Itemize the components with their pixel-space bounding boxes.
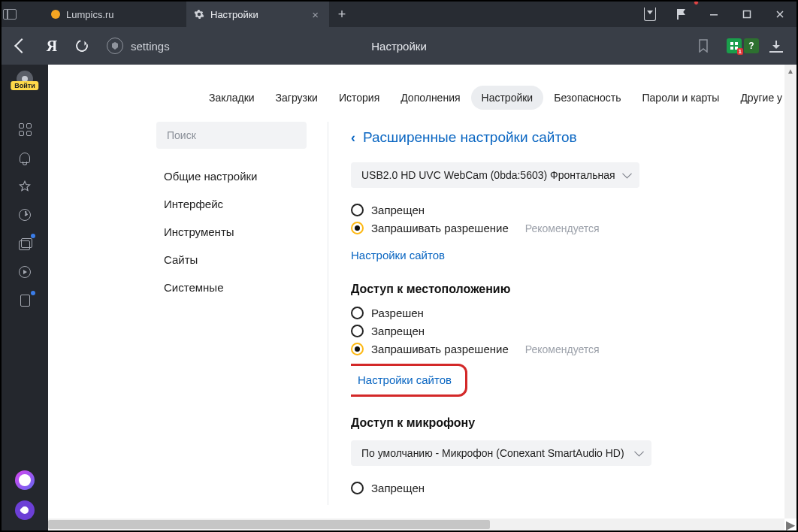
radio-label: Запрещен bbox=[371, 204, 425, 216]
recommended-label: Рекомендуется bbox=[525, 222, 600, 234]
radio-icon bbox=[351, 307, 364, 319]
scrollbar-thumb[interactable] bbox=[48, 520, 490, 529]
omnibox-url: settings bbox=[131, 40, 170, 53]
scroll-up-icon[interactable]: ▲ bbox=[784, 65, 796, 77]
close-icon[interactable]: × bbox=[312, 9, 319, 20]
location-site-settings-link[interactable]: Настройки сайтов bbox=[358, 373, 452, 386]
mic-select-value: По умолчанию - Микрофон (Conexant SmartA… bbox=[361, 447, 624, 459]
omnibox[interactable]: settings Настройки bbox=[99, 33, 716, 59]
location-opt-denied[interactable]: Запрещен bbox=[351, 325, 796, 337]
svg-rect-2 bbox=[730, 42, 733, 45]
topnav-security[interactable]: Безопасность bbox=[543, 86, 631, 110]
radio-icon bbox=[351, 204, 364, 216]
blue-dot-icon bbox=[31, 234, 35, 238]
camera-opt-ask[interactable]: Запрашивать разрешение Рекомендуется bbox=[351, 222, 796, 234]
svg-rect-3 bbox=[735, 42, 738, 45]
tab-title: Lumpics.ru bbox=[66, 9, 114, 20]
recommended-label: Рекомендуется bbox=[525, 343, 600, 355]
tab-settings[interactable]: Настройки × bbox=[186, 2, 329, 27]
camera-opt-denied[interactable]: Запрещен bbox=[351, 204, 796, 216]
notifications-button[interactable] bbox=[666, 2, 697, 27]
toolbar: Я settings Настройки 1 ? bbox=[2, 27, 796, 65]
gear-icon bbox=[194, 9, 204, 20]
sidebar-docs-button[interactable] bbox=[17, 293, 32, 308]
camera-device-select[interactable]: USB2.0 HD UVC WebCam (0bda:5603) Фронтал… bbox=[351, 162, 639, 188]
radio-icon bbox=[351, 482, 364, 494]
sidebar-media-button[interactable] bbox=[17, 264, 32, 280]
sidebar-notifications-button[interactable] bbox=[17, 150, 32, 165]
topnav-bookmarks[interactable]: Закладки bbox=[198, 86, 265, 110]
stack-icon bbox=[19, 238, 31, 249]
sidebar-favorites-button[interactable] bbox=[17, 179, 32, 194]
extension-2-button[interactable]: ? bbox=[744, 38, 759, 53]
leftnav-interface[interactable]: Интерфейс bbox=[153, 190, 328, 218]
breadcrumb-back[interactable]: ‹ Расширенные настройки сайтов bbox=[351, 129, 796, 146]
chevron-left-icon: ‹ bbox=[351, 130, 355, 146]
sidebar-strip: Войти bbox=[2, 65, 48, 530]
clock-icon bbox=[19, 209, 31, 221]
reload-icon bbox=[74, 38, 90, 54]
sidebar-services-button[interactable] bbox=[17, 122, 32, 137]
arrow-left-icon bbox=[14, 38, 29, 53]
radio-label: Запрещен bbox=[371, 325, 425, 337]
vertical-scrollbar[interactable]: ▲ bbox=[784, 65, 796, 518]
notification-dot-icon bbox=[694, 0, 699, 5]
camera-site-settings-link[interactable]: Настройки сайтов bbox=[351, 249, 445, 261]
sidebar-alice-button-2[interactable] bbox=[15, 500, 35, 520]
mic-section-title: Доступ к микрофону bbox=[351, 416, 796, 430]
extension-1-badge: 1 bbox=[737, 48, 743, 55]
tab-lumpics[interactable]: Lumpics.ru bbox=[44, 2, 186, 27]
downloads-button[interactable] bbox=[763, 33, 789, 59]
breadcrumb-label: Расширенные настройки сайтов bbox=[363, 129, 577, 146]
bookmark-icon[interactable] bbox=[698, 39, 709, 53]
scroll-right-icon[interactable]: ▶ bbox=[784, 518, 796, 530]
settings-panel: ‹ Расширенные настройки сайтов USB2.0 HD… bbox=[328, 122, 796, 505]
play-icon bbox=[19, 266, 31, 278]
sidebar-collections-button[interactable] bbox=[17, 236, 32, 251]
topnav-downloads[interactable]: Загрузки bbox=[265, 86, 328, 110]
window-maximize-button[interactable] bbox=[730, 2, 763, 27]
extension-1-button[interactable]: 1 bbox=[727, 38, 742, 53]
window-close-button[interactable] bbox=[763, 2, 796, 27]
back-button[interactable] bbox=[9, 33, 35, 59]
radio-checked-icon bbox=[351, 343, 364, 355]
radio-label: Разрешен bbox=[371, 307, 424, 319]
topnav-addons[interactable]: Дополнения bbox=[390, 86, 470, 110]
leftnav-system[interactable]: Системные bbox=[153, 274, 328, 301]
leftnav-sites[interactable]: Сайты bbox=[153, 246, 328, 274]
settings-left-nav: Поиск Общие настройки Интерфейс Инструме… bbox=[153, 122, 328, 505]
location-opt-ask[interactable]: Запрашивать разрешение Рекомендуется bbox=[351, 343, 796, 355]
star-icon bbox=[19, 180, 31, 192]
shield-icon[interactable] bbox=[107, 38, 123, 54]
sidebar-toggle[interactable] bbox=[2, 2, 18, 27]
leftnav-general[interactable]: Общие настройки bbox=[153, 162, 328, 190]
mic-device-select[interactable]: По умолчанию - Микрофон (Conexant SmartA… bbox=[351, 440, 651, 466]
bookmarks-panel-button[interactable] bbox=[634, 2, 666, 27]
mic-opt-denied[interactable]: Запрещен bbox=[351, 482, 796, 494]
leftnav-tools[interactable]: Инструменты bbox=[153, 218, 328, 246]
window-minimize-button[interactable] bbox=[697, 2, 730, 27]
extension-2-label: ? bbox=[748, 41, 754, 51]
panel-icon bbox=[3, 9, 17, 20]
settings-search-input[interactable]: Поиск bbox=[156, 122, 307, 149]
bell-icon bbox=[20, 153, 30, 163]
topnav-history[interactable]: История bbox=[328, 86, 390, 110]
topnav-settings[interactable]: Настройки bbox=[471, 86, 544, 110]
location-opt-allowed[interactable]: Разрешен bbox=[351, 307, 796, 319]
horizontal-scrollbar[interactable]: ▶ bbox=[48, 518, 784, 530]
reload-button[interactable] bbox=[69, 33, 95, 59]
sidebar-alice-button-1[interactable] bbox=[15, 470, 35, 490]
account-button[interactable]: Войти bbox=[17, 71, 33, 87]
svg-rect-4 bbox=[730, 47, 733, 50]
topnav-passwords[interactable]: Пароли и карты bbox=[632, 86, 730, 110]
camera-select-value: USB2.0 HD UVC WebCam (0bda:5603) Фронтал… bbox=[361, 169, 615, 181]
topnav-other[interactable]: Другие у bbox=[730, 86, 793, 110]
flag-icon bbox=[676, 8, 688, 20]
settings-top-nav: Закладки Загрузки История Дополнения Нас… bbox=[48, 65, 796, 122]
sidebar-history-button[interactable] bbox=[17, 207, 32, 222]
content-pane: Закладки Загрузки История Дополнения Нас… bbox=[48, 65, 796, 530]
location-section-title: Доступ к местоположению bbox=[351, 283, 796, 296]
new-tab-button[interactable]: + bbox=[329, 2, 355, 27]
home-button[interactable]: Я bbox=[39, 33, 65, 59]
radio-label: Запрашивать разрешение bbox=[371, 222, 509, 234]
